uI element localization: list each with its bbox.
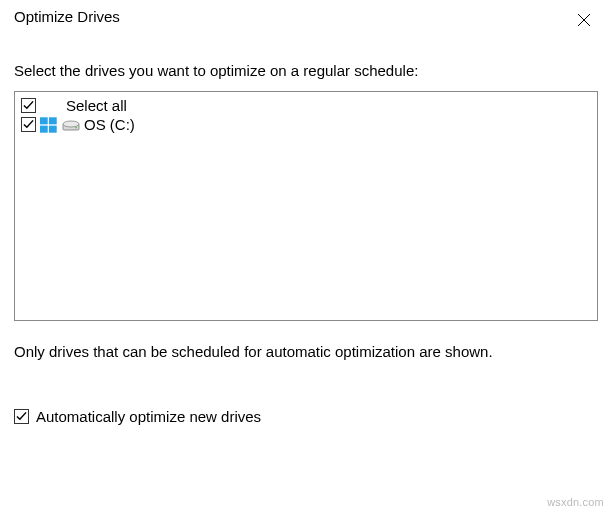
window-title: Optimize Drives bbox=[14, 8, 120, 25]
checkmark-icon bbox=[23, 97, 34, 114]
svg-point-7 bbox=[63, 121, 79, 127]
svg-rect-5 bbox=[49, 125, 57, 132]
svg-rect-4 bbox=[40, 125, 48, 132]
drive-label: OS (C:) bbox=[84, 116, 135, 133]
windows-logo-icon bbox=[40, 117, 58, 133]
instruction-text: Select the drives you want to optimize o… bbox=[14, 62, 598, 79]
select-all-row[interactable]: Select all bbox=[21, 96, 591, 115]
svg-rect-2 bbox=[40, 117, 48, 124]
svg-rect-3 bbox=[49, 117, 57, 124]
select-all-label: Select all bbox=[66, 97, 127, 114]
auto-optimize-label: Automatically optimize new drives bbox=[36, 408, 261, 425]
select-all-checkbox[interactable] bbox=[21, 98, 36, 113]
auto-optimize-checkbox[interactable] bbox=[14, 409, 29, 424]
close-button[interactable] bbox=[570, 8, 598, 36]
watermark: wsxdn.com bbox=[547, 496, 604, 508]
svg-point-8 bbox=[75, 126, 77, 128]
drive-row[interactable]: OS (C:) bbox=[21, 115, 591, 134]
close-icon bbox=[577, 13, 591, 31]
hard-drive-icon bbox=[62, 117, 80, 133]
drive-checkbox[interactable] bbox=[21, 117, 36, 132]
drive-list[interactable]: Select all bbox=[14, 91, 598, 321]
checkmark-icon bbox=[16, 408, 27, 425]
checkmark-icon bbox=[23, 116, 34, 133]
auto-optimize-row[interactable]: Automatically optimize new drives bbox=[14, 408, 598, 425]
info-note: Only drives that can be scheduled for au… bbox=[14, 343, 598, 360]
